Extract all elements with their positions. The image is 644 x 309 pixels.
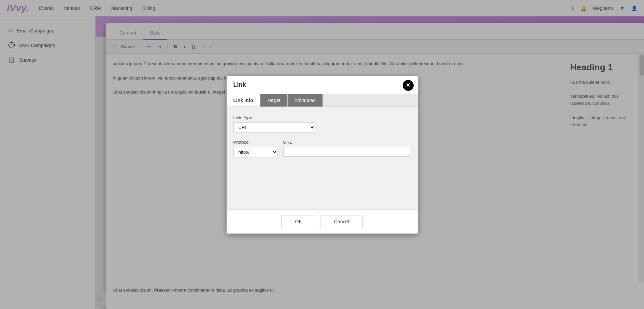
tab-advanced[interactable]: Advanced bbox=[288, 94, 323, 107]
link-dialog-tabs: Link Info Target Advanced bbox=[227, 94, 418, 107]
url-input[interactable] bbox=[283, 147, 411, 157]
outer-close-button[interactable]: ✕ bbox=[403, 80, 414, 91]
link-type-select[interactable]: URL Anchor in the Page E-Mail Phone bbox=[233, 122, 315, 133]
link-type-label: Link Type bbox=[233, 115, 411, 120]
outer-dialog-wrapper: ✕ Link Link Info Target Advanced Link Ty… bbox=[227, 76, 418, 234]
protocol-select[interactable]: http:// https:// ftp:// ftps:// <other> bbox=[233, 147, 278, 157]
protocol-url-row: Protocol http:// https:// ftp:// ftps://… bbox=[233, 140, 411, 157]
cancel-button[interactable]: Cancel bbox=[320, 215, 363, 228]
dialog-overlay: ✕ Link Link Info Target Advanced Link Ty… bbox=[0, 0, 644, 309]
protocol-label: Protocol bbox=[233, 140, 278, 145]
tab-link-info[interactable]: Link Info bbox=[227, 94, 260, 107]
protocol-col: Protocol http:// https:// ftp:// ftps://… bbox=[233, 140, 278, 157]
url-col: URL bbox=[283, 140, 411, 157]
link-dialog-footer: OK Cancel bbox=[227, 209, 418, 234]
link-type-group: Link Type URL Anchor in the Page E-Mail … bbox=[233, 115, 411, 133]
tab-target[interactable]: Target bbox=[260, 94, 288, 107]
url-label: URL bbox=[283, 140, 411, 145]
ok-button[interactable]: OK bbox=[281, 215, 316, 228]
link-dialog-body: Link Type URL Anchor in the Page E-Mail … bbox=[227, 107, 418, 209]
link-dialog: Link Link Info Target Advanced Link Type… bbox=[227, 76, 418, 234]
link-dialog-title: Link bbox=[233, 81, 246, 88]
link-dialog-header: Link bbox=[227, 76, 418, 94]
